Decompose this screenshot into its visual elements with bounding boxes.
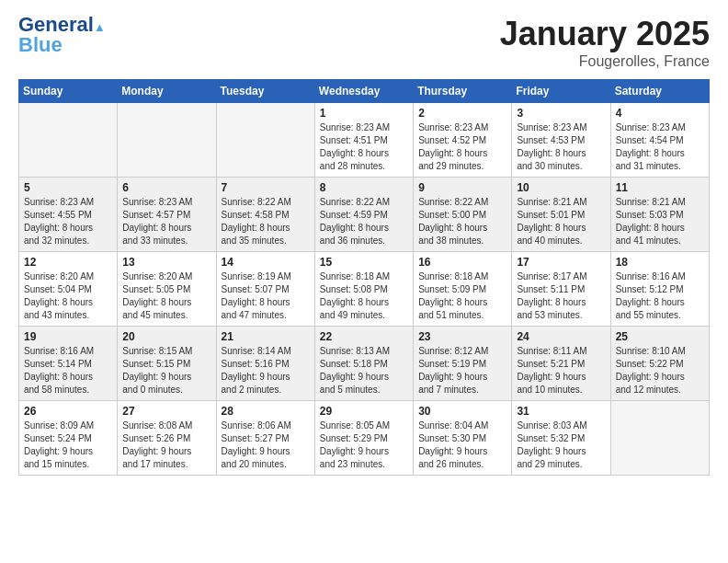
table-row: 22Sunrise: 8:13 AM Sunset: 5:18 PM Dayli… [314,327,413,401]
table-row: 24Sunrise: 8:11 AM Sunset: 5:21 PM Dayli… [512,327,610,401]
calendar-week-row: 1Sunrise: 8:23 AM Sunset: 4:51 PM Daylig… [19,103,710,178]
day-info: Sunrise: 8:15 AM Sunset: 5:15 PM Dayligh… [122,345,210,396]
col-thursday: Thursday [414,80,512,103]
table-row: 31Sunrise: 8:03 AM Sunset: 5:32 PM Dayli… [512,401,610,476]
day-info: Sunrise: 8:22 AM Sunset: 4:58 PM Dayligh… [222,196,310,247]
calendar-week-row: 19Sunrise: 8:16 AM Sunset: 5:14 PM Dayli… [19,327,710,401]
day-info: Sunrise: 8:18 AM Sunset: 5:08 PM Dayligh… [320,270,408,322]
title-month: January 2025 [500,15,710,53]
logo-blue-text: Blue [18,35,63,55]
day-number: 15 [320,256,408,269]
day-info: Sunrise: 8:14 AM Sunset: 5:16 PM Dayligh… [222,345,310,396]
day-number: 27 [122,405,210,418]
col-friday: Friday [512,80,610,103]
day-info: Sunrise: 8:18 AM Sunset: 5:09 PM Dayligh… [418,270,506,322]
table-row: 20Sunrise: 8:15 AM Sunset: 5:15 PM Dayli… [118,327,216,401]
table-row: 19Sunrise: 8:16 AM Sunset: 5:14 PM Dayli… [19,327,118,401]
day-info: Sunrise: 8:19 AM Sunset: 5:07 PM Dayligh… [222,270,310,322]
day-info: Sunrise: 8:08 AM Sunset: 5:26 PM Dayligh… [122,419,210,471]
col-wednesday: Wednesday [314,80,413,103]
table-row: 2Sunrise: 8:23 AM Sunset: 4:52 PM Daylig… [414,103,512,178]
page: General▲ Blue January 2025 Fougerolles, … [0,0,728,563]
day-number: 22 [320,330,408,343]
day-number: 29 [320,405,408,418]
day-number: 4 [616,107,704,120]
day-number: 20 [122,330,210,343]
table-row: 21Sunrise: 8:14 AM Sunset: 5:16 PM Dayli… [216,327,314,401]
day-number: 25 [616,330,704,343]
col-tuesday: Tuesday [216,80,314,103]
day-number: 2 [418,107,506,120]
title-location: Fougerolles, France [500,53,710,70]
col-saturday: Saturday [610,80,709,103]
table-row: 16Sunrise: 8:18 AM Sunset: 5:09 PM Dayli… [414,252,512,327]
table-row: 18Sunrise: 8:16 AM Sunset: 5:12 PM Dayli… [610,252,709,327]
table-row: 11Sunrise: 8:21 AM Sunset: 5:03 PM Dayli… [610,178,709,252]
day-number: 11 [616,181,704,194]
day-number: 13 [122,256,210,269]
day-number: 7 [222,181,310,194]
day-info: Sunrise: 8:23 AM Sunset: 4:53 PM Dayligh… [517,121,605,173]
day-number: 18 [616,256,704,269]
day-info: Sunrise: 8:23 AM Sunset: 4:55 PM Dayligh… [24,196,112,247]
table-row: 23Sunrise: 8:12 AM Sunset: 5:19 PM Dayli… [414,327,512,401]
table-row: 28Sunrise: 8:06 AM Sunset: 5:27 PM Dayli… [216,401,314,476]
day-info: Sunrise: 8:10 AM Sunset: 5:22 PM Dayligh… [616,345,704,396]
table-row: 7Sunrise: 8:22 AM Sunset: 4:58 PM Daylig… [216,178,314,252]
day-number: 1 [320,107,408,120]
day-number: 8 [320,181,408,194]
day-number: 3 [517,107,605,120]
table-row: 13Sunrise: 8:20 AM Sunset: 5:05 PM Dayli… [118,252,216,327]
table-row: 12Sunrise: 8:20 AM Sunset: 5:04 PM Dayli… [19,252,118,327]
table-row: 1Sunrise: 8:23 AM Sunset: 4:51 PM Daylig… [314,103,413,178]
day-number: 19 [24,330,112,343]
logo-text: General▲ [18,15,106,35]
day-info: Sunrise: 8:17 AM Sunset: 5:11 PM Dayligh… [517,270,605,322]
table-row: 5Sunrise: 8:23 AM Sunset: 4:55 PM Daylig… [19,178,118,252]
day-info: Sunrise: 8:03 AM Sunset: 5:32 PM Dayligh… [517,419,605,471]
day-number: 26 [24,405,112,418]
table-row [19,103,118,178]
table-row: 29Sunrise: 8:05 AM Sunset: 5:29 PM Dayli… [314,401,413,476]
day-info: Sunrise: 8:16 AM Sunset: 5:12 PM Dayligh… [616,270,704,322]
calendar-week-row: 5Sunrise: 8:23 AM Sunset: 4:55 PM Daylig… [19,178,710,252]
day-info: Sunrise: 8:05 AM Sunset: 5:29 PM Dayligh… [320,419,408,471]
day-info: Sunrise: 8:04 AM Sunset: 5:30 PM Dayligh… [418,419,506,471]
day-number: 23 [418,330,506,343]
day-info: Sunrise: 8:06 AM Sunset: 5:27 PM Dayligh… [222,419,310,471]
table-row: 3Sunrise: 8:23 AM Sunset: 4:53 PM Daylig… [512,103,610,178]
day-info: Sunrise: 8:20 AM Sunset: 5:05 PM Dayligh… [122,270,210,322]
day-number: 17 [517,256,605,269]
day-info: Sunrise: 8:23 AM Sunset: 4:57 PM Dayligh… [122,196,210,247]
day-number: 31 [517,405,605,418]
table-row: 30Sunrise: 8:04 AM Sunset: 5:30 PM Dayli… [414,401,512,476]
table-row: 15Sunrise: 8:18 AM Sunset: 5:08 PM Dayli… [314,252,413,327]
day-info: Sunrise: 8:22 AM Sunset: 4:59 PM Dayligh… [320,196,408,247]
day-info: Sunrise: 8:11 AM Sunset: 5:21 PM Dayligh… [517,345,605,396]
day-info: Sunrise: 8:09 AM Sunset: 5:24 PM Dayligh… [24,419,112,471]
calendar-table: Sunday Monday Tuesday Wednesday Thursday… [18,79,710,476]
col-monday: Monday [118,80,216,103]
day-number: 24 [517,330,605,343]
day-info: Sunrise: 8:22 AM Sunset: 5:00 PM Dayligh… [418,196,506,247]
table-row [216,103,314,178]
table-row: 26Sunrise: 8:09 AM Sunset: 5:24 PM Dayli… [19,401,118,476]
day-number: 10 [517,181,605,194]
table-row [118,103,216,178]
table-row: 27Sunrise: 8:08 AM Sunset: 5:26 PM Dayli… [118,401,216,476]
day-info: Sunrise: 8:12 AM Sunset: 5:19 PM Dayligh… [418,345,506,396]
table-row: 17Sunrise: 8:17 AM Sunset: 5:11 PM Dayli… [512,252,610,327]
day-info: Sunrise: 8:20 AM Sunset: 5:04 PM Dayligh… [24,270,112,322]
title-block: January 2025 Fougerolles, France [500,15,710,70]
calendar-header-row: Sunday Monday Tuesday Wednesday Thursday… [19,80,710,103]
day-info: Sunrise: 8:16 AM Sunset: 5:14 PM Dayligh… [24,345,112,396]
calendar-week-row: 12Sunrise: 8:20 AM Sunset: 5:04 PM Dayli… [19,252,710,327]
day-number: 9 [418,181,506,194]
table-row: 9Sunrise: 8:22 AM Sunset: 5:00 PM Daylig… [414,178,512,252]
day-info: Sunrise: 8:13 AM Sunset: 5:18 PM Dayligh… [320,345,408,396]
header: General▲ Blue January 2025 Fougerolles, … [18,15,710,70]
table-row: 4Sunrise: 8:23 AM Sunset: 4:54 PM Daylig… [610,103,709,178]
table-row: 25Sunrise: 8:10 AM Sunset: 5:22 PM Dayli… [610,327,709,401]
table-row: 14Sunrise: 8:19 AM Sunset: 5:07 PM Dayli… [216,252,314,327]
day-number: 28 [222,405,310,418]
